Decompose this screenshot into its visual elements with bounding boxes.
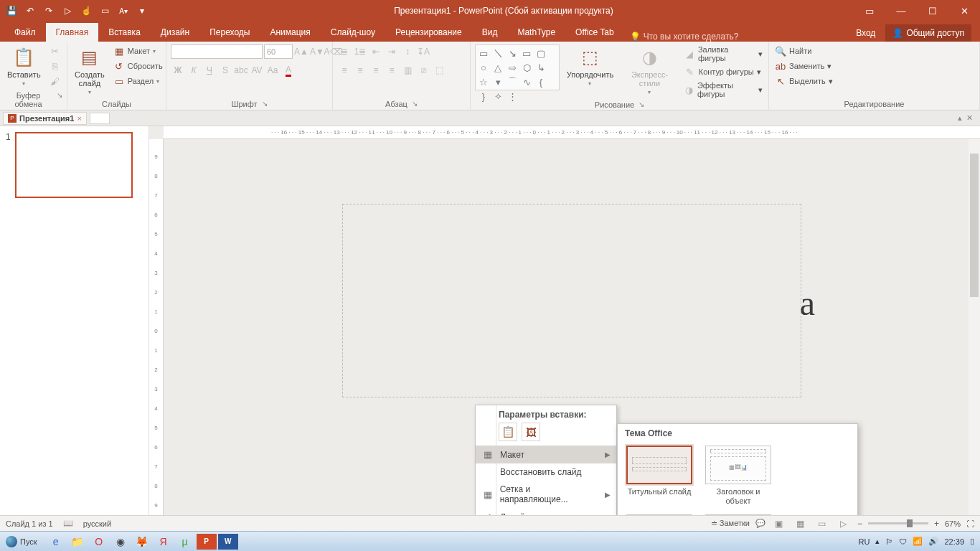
bold-icon[interactable]: Ж bbox=[171, 63, 185, 77]
firefox-icon[interactable]: 🦊 bbox=[132, 534, 152, 550]
horizontal-ruler[interactable]: · · · 16 · · · 15 · · · 14 · · · 13 · · … bbox=[164, 126, 980, 139]
shape-arrow-icon[interactable]: ⇨ bbox=[506, 61, 519, 74]
change-case-icon[interactable]: Aa bbox=[265, 63, 280, 77]
slideshow-view-icon[interactable]: ▷ bbox=[836, 517, 852, 530]
status-language[interactable]: русский bbox=[83, 519, 111, 528]
tray-clock[interactable]: 22:39 bbox=[944, 537, 964, 546]
shape-roundrect-icon[interactable]: ▢ bbox=[534, 47, 547, 60]
maximize-icon[interactable]: ☐ bbox=[917, 0, 948, 22]
shape-hex-icon[interactable]: ⬡ bbox=[520, 61, 533, 74]
format-painter-button[interactable]: 🖌 bbox=[48, 75, 62, 88]
new-doc-icon[interactable]: ▭ bbox=[96, 2, 113, 19]
align-text-icon[interactable]: ⎚ bbox=[416, 63, 430, 77]
tray-shield-icon[interactable]: 🛡 bbox=[899, 537, 907, 546]
slide-thumbnail[interactable] bbox=[15, 132, 133, 198]
reset-button[interactable]: ↺Сбросить bbox=[112, 60, 164, 72]
doctabs-close-icon[interactable]: ✕ bbox=[966, 113, 973, 123]
ctx-grid-guides[interactable]: ▦ Сетка и направляющие... ▶ bbox=[476, 481, 616, 508]
arrange-button[interactable]: ⬚ Упорядочить▾ bbox=[564, 44, 616, 88]
tab-mathtype[interactable]: MathType bbox=[507, 23, 565, 42]
shape-brace-l-icon[interactable]: { bbox=[534, 75, 547, 88]
tab-file[interactable]: Файл bbox=[4, 23, 46, 42]
tray-show-hidden-icon[interactable]: ▴ bbox=[875, 537, 880, 546]
indent-inc-icon[interactable]: ⇥ bbox=[385, 44, 399, 59]
start-button[interactable]: Пуск bbox=[0, 536, 43, 547]
shape-fill-button[interactable]: ◢Заливка фигуры ▾ bbox=[683, 44, 764, 63]
vertical-scrollbar[interactable] bbox=[969, 139, 980, 515]
text-direction-icon[interactable]: ↧A bbox=[416, 44, 430, 59]
layout-section-header[interactable]: Заголовок раздела bbox=[626, 514, 692, 515]
shape-rect-icon[interactable]: ▭ bbox=[520, 47, 533, 60]
find-button[interactable]: 🔍Найти bbox=[773, 44, 834, 57]
tray-volume-icon[interactable]: 🔊 bbox=[928, 537, 938, 546]
tab-design[interactable]: Дизайн bbox=[151, 23, 199, 42]
ctx-layout[interactable]: ▦ Макет ▶ bbox=[476, 446, 616, 463]
paste-keep-formatting-icon[interactable]: 📋 bbox=[499, 423, 517, 441]
font-family-combo[interactable] bbox=[171, 44, 263, 59]
ribbon-display-icon[interactable]: ▭ bbox=[854, 0, 885, 22]
document-tab-active[interactable]: P Презентация1 × bbox=[3, 112, 87, 125]
notes-button[interactable]: ≐ Заметки bbox=[711, 519, 750, 528]
tray-language[interactable]: RU bbox=[859, 537, 870, 546]
align-center-icon[interactable]: ≡ bbox=[353, 63, 367, 77]
italic-icon[interactable]: К bbox=[187, 63, 201, 77]
share-button[interactable]: 👤 Общий доступ bbox=[885, 24, 971, 42]
smartart-icon[interactable]: ⬚ bbox=[432, 63, 446, 77]
chrome-icon[interactable]: ◉ bbox=[110, 534, 131, 550]
shape-arc-icon[interactable]: ⌒ bbox=[506, 75, 519, 88]
tab-review[interactable]: Рецензирование bbox=[385, 23, 472, 42]
tab-animations[interactable]: Анимация bbox=[260, 23, 320, 42]
align-left-icon[interactable]: ≡ bbox=[337, 63, 352, 77]
slideshow-start-icon[interactable]: ▷ bbox=[59, 2, 76, 19]
shrink-font-icon[interactable]: A▼ bbox=[310, 44, 324, 59]
tab-close-icon[interactable]: × bbox=[77, 114, 81, 123]
numbering-icon[interactable]: 1≣ bbox=[353, 44, 367, 59]
collapse-ribbon-icon[interactable]: ▴ bbox=[958, 113, 962, 123]
indent-dec-icon[interactable]: ⇤ bbox=[369, 44, 383, 59]
shape-star-icon[interactable]: ☆ bbox=[477, 75, 490, 88]
spellcheck-icon[interactable]: 📖 bbox=[63, 519, 73, 528]
tab-transitions[interactable]: Переходы bbox=[199, 23, 260, 42]
justify-icon[interactable]: ≡ bbox=[385, 63, 399, 77]
layout-title-slide[interactable]: Титульный слайд bbox=[626, 446, 692, 506]
zoom-slider[interactable] bbox=[868, 522, 928, 524]
opera-icon[interactable]: O bbox=[89, 534, 109, 550]
shadow-icon[interactable]: abc bbox=[234, 63, 248, 77]
touch-mode-icon[interactable]: ☝ bbox=[77, 2, 95, 19]
zoom-out-icon[interactable]: − bbox=[857, 519, 862, 529]
shape-line-icon[interactable]: ＼ bbox=[491, 47, 504, 60]
replace-button[interactable]: abЗаменить ▾ bbox=[773, 60, 834, 72]
save-icon[interactable]: 💾 bbox=[3, 2, 20, 19]
select-button[interactable]: ↖Выделить ▾ bbox=[773, 75, 834, 88]
close-icon[interactable]: ✕ bbox=[948, 0, 980, 22]
font-color-icon[interactable]: A bbox=[281, 63, 296, 77]
clipboard-dialog-launcher-icon[interactable]: ↘ bbox=[57, 91, 62, 108]
utorrent-icon[interactable]: µ bbox=[175, 534, 195, 550]
paste-picture-icon[interactable]: 🖼 bbox=[522, 423, 540, 441]
slide-canvas[interactable]: · · · 16 · · · 15 · · · 14 · · · 13 · · … bbox=[149, 126, 980, 515]
copy-button[interactable]: ⎘ bbox=[48, 60, 62, 72]
explorer-icon[interactable]: 📁 bbox=[67, 534, 88, 550]
tray-flag-icon[interactable]: 🏳 bbox=[885, 537, 893, 546]
zoom-slider-thumb[interactable] bbox=[907, 519, 913, 527]
shape-line2-icon[interactable]: ↘ bbox=[506, 47, 519, 60]
layout-button[interactable]: ▦Макет ▾ bbox=[112, 44, 164, 57]
slide-thumb-1[interactable]: 1 bbox=[6, 132, 143, 198]
layout-two-content[interactable]: ▦🖼▦🖼 Два объекта bbox=[705, 514, 771, 515]
powerpoint-taskbar-icon[interactable]: P bbox=[197, 534, 217, 550]
line-spacing-icon[interactable]: ↕ bbox=[400, 44, 415, 59]
font-size-qat-icon[interactable]: A▾ bbox=[115, 2, 132, 19]
fit-window-icon[interactable]: ⛶ bbox=[966, 519, 974, 528]
new-document-tab[interactable] bbox=[90, 113, 110, 124]
zoom-in-icon[interactable]: + bbox=[934, 519, 939, 529]
quick-styles-button[interactable]: ◑ Экспресс-стили▾ bbox=[621, 44, 679, 97]
drawing-dialog-launcher-icon[interactable]: ↘ bbox=[639, 100, 644, 109]
font-size-combo[interactable]: 60 bbox=[264, 44, 293, 59]
yandex-icon[interactable]: Я bbox=[154, 534, 174, 550]
ctx-restore-slide[interactable]: Восстановить слайд bbox=[476, 463, 616, 481]
scrollbar-thumb[interactable] bbox=[970, 154, 979, 297]
tray-show-desktop[interactable]: ▯ bbox=[970, 537, 974, 546]
word-taskbar-icon[interactable]: W bbox=[218, 534, 238, 550]
vertical-ruler[interactable]: 9876543210123456789 bbox=[149, 139, 164, 515]
comments-icon[interactable]: 💬 bbox=[755, 519, 765, 528]
